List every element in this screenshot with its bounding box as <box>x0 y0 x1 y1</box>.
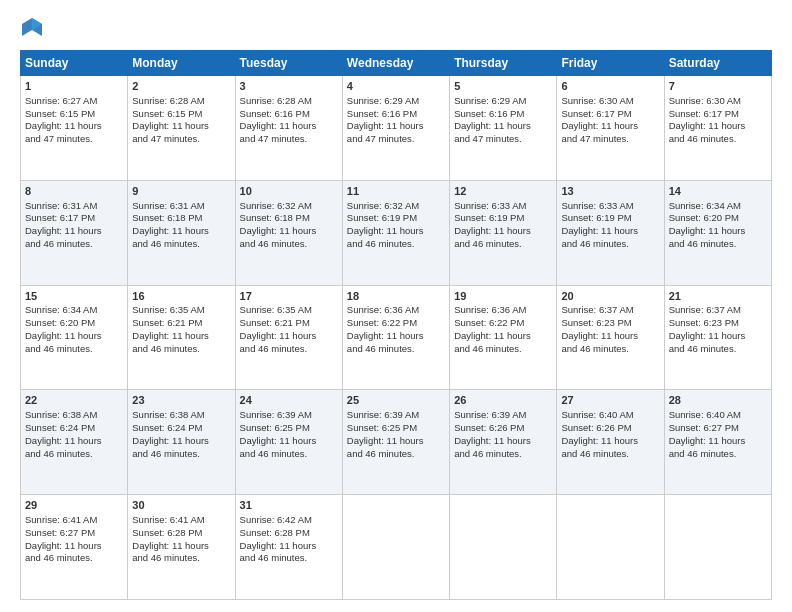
daylight-text: Daylight: 11 hoursand 46 minutes. <box>561 330 638 354</box>
daylight-text: Daylight: 11 hoursand 46 minutes. <box>132 330 209 354</box>
day-number: 10 <box>240 184 338 199</box>
sunset-text: Sunset: 6:22 PM <box>347 317 417 328</box>
day-number: 3 <box>240 79 338 94</box>
day-cell: 20Sunrise: 6:37 AMSunset: 6:23 PMDayligh… <box>557 285 664 390</box>
daylight-text: Daylight: 11 hoursand 46 minutes. <box>240 225 317 249</box>
daylight-text: Daylight: 11 hoursand 47 minutes. <box>240 120 317 144</box>
daylight-text: Daylight: 11 hoursand 47 minutes. <box>132 120 209 144</box>
day-number: 7 <box>669 79 767 94</box>
weekday-sunday: Sunday <box>21 51 128 76</box>
day-cell: 27Sunrise: 6:40 AMSunset: 6:26 PMDayligh… <box>557 390 664 495</box>
daylight-text: Daylight: 11 hoursand 46 minutes. <box>561 435 638 459</box>
day-number: 22 <box>25 393 123 408</box>
daylight-text: Daylight: 11 hoursand 46 minutes. <box>347 225 424 249</box>
sunrise-text: Sunrise: 6:30 AM <box>561 95 633 106</box>
day-number: 4 <box>347 79 445 94</box>
sunrise-text: Sunrise: 6:42 AM <box>240 514 312 525</box>
week-row-1: 1Sunrise: 6:27 AMSunset: 6:15 PMDaylight… <box>21 76 772 181</box>
day-cell: 16Sunrise: 6:35 AMSunset: 6:21 PMDayligh… <box>128 285 235 390</box>
daylight-text: Daylight: 11 hoursand 46 minutes. <box>132 435 209 459</box>
sunrise-text: Sunrise: 6:27 AM <box>25 95 97 106</box>
day-cell: 17Sunrise: 6:35 AMSunset: 6:21 PMDayligh… <box>235 285 342 390</box>
daylight-text: Daylight: 11 hoursand 46 minutes. <box>240 435 317 459</box>
sunset-text: Sunset: 6:17 PM <box>561 108 631 119</box>
weekday-thursday: Thursday <box>450 51 557 76</box>
day-number: 30 <box>132 498 230 513</box>
sunrise-text: Sunrise: 6:32 AM <box>347 200 419 211</box>
weekday-saturday: Saturday <box>664 51 771 76</box>
sunrise-text: Sunrise: 6:36 AM <box>347 304 419 315</box>
sunrise-text: Sunrise: 6:41 AM <box>132 514 204 525</box>
day-number: 2 <box>132 79 230 94</box>
day-number: 12 <box>454 184 552 199</box>
weekday-wednesday: Wednesday <box>342 51 449 76</box>
day-cell: 25Sunrise: 6:39 AMSunset: 6:25 PMDayligh… <box>342 390 449 495</box>
daylight-text: Daylight: 11 hoursand 46 minutes. <box>347 435 424 459</box>
day-cell <box>557 495 664 600</box>
sunrise-text: Sunrise: 6:39 AM <box>347 409 419 420</box>
day-cell <box>664 495 771 600</box>
day-number: 5 <box>454 79 552 94</box>
day-cell: 9Sunrise: 6:31 AMSunset: 6:18 PMDaylight… <box>128 180 235 285</box>
sunrise-text: Sunrise: 6:34 AM <box>25 304 97 315</box>
daylight-text: Daylight: 11 hoursand 46 minutes. <box>347 330 424 354</box>
day-number: 21 <box>669 289 767 304</box>
sunrise-text: Sunrise: 6:39 AM <box>240 409 312 420</box>
day-cell: 3Sunrise: 6:28 AMSunset: 6:16 PMDaylight… <box>235 76 342 181</box>
sunrise-text: Sunrise: 6:40 AM <box>669 409 741 420</box>
calendar-table: SundayMondayTuesdayWednesdayThursdayFrid… <box>20 50 772 600</box>
day-cell: 19Sunrise: 6:36 AMSunset: 6:22 PMDayligh… <box>450 285 557 390</box>
daylight-text: Daylight: 11 hoursand 46 minutes. <box>25 540 102 564</box>
day-cell: 8Sunrise: 6:31 AMSunset: 6:17 PMDaylight… <box>21 180 128 285</box>
day-number: 18 <box>347 289 445 304</box>
sunset-text: Sunset: 6:16 PM <box>240 108 310 119</box>
sunrise-text: Sunrise: 6:34 AM <box>669 200 741 211</box>
sunrise-text: Sunrise: 6:29 AM <box>347 95 419 106</box>
sunset-text: Sunset: 6:19 PM <box>454 212 524 223</box>
sunset-text: Sunset: 6:15 PM <box>132 108 202 119</box>
daylight-text: Daylight: 11 hoursand 46 minutes. <box>669 120 746 144</box>
day-number: 8 <box>25 184 123 199</box>
sunrise-text: Sunrise: 6:31 AM <box>132 200 204 211</box>
day-cell: 18Sunrise: 6:36 AMSunset: 6:22 PMDayligh… <box>342 285 449 390</box>
sunset-text: Sunset: 6:17 PM <box>669 108 739 119</box>
day-number: 19 <box>454 289 552 304</box>
day-number: 16 <box>132 289 230 304</box>
sunrise-text: Sunrise: 6:33 AM <box>561 200 633 211</box>
sunrise-text: Sunrise: 6:39 AM <box>454 409 526 420</box>
page: SundayMondayTuesdayWednesdayThursdayFrid… <box>0 0 792 612</box>
daylight-text: Daylight: 11 hoursand 46 minutes. <box>561 225 638 249</box>
week-row-3: 15Sunrise: 6:34 AMSunset: 6:20 PMDayligh… <box>21 285 772 390</box>
day-cell: 31Sunrise: 6:42 AMSunset: 6:28 PMDayligh… <box>235 495 342 600</box>
day-number: 29 <box>25 498 123 513</box>
day-cell: 22Sunrise: 6:38 AMSunset: 6:24 PMDayligh… <box>21 390 128 495</box>
day-number: 27 <box>561 393 659 408</box>
logo-icon <box>20 16 44 40</box>
day-cell: 28Sunrise: 6:40 AMSunset: 6:27 PMDayligh… <box>664 390 771 495</box>
day-cell: 13Sunrise: 6:33 AMSunset: 6:19 PMDayligh… <box>557 180 664 285</box>
day-number: 26 <box>454 393 552 408</box>
day-number: 11 <box>347 184 445 199</box>
sunset-text: Sunset: 6:23 PM <box>669 317 739 328</box>
sunset-text: Sunset: 6:28 PM <box>240 527 310 538</box>
day-number: 25 <box>347 393 445 408</box>
sunrise-text: Sunrise: 6:28 AM <box>240 95 312 106</box>
day-number: 28 <box>669 393 767 408</box>
sunrise-text: Sunrise: 6:29 AM <box>454 95 526 106</box>
daylight-text: Daylight: 11 hoursand 46 minutes. <box>132 225 209 249</box>
sunrise-text: Sunrise: 6:41 AM <box>25 514 97 525</box>
sunset-text: Sunset: 6:17 PM <box>25 212 95 223</box>
sunrise-text: Sunrise: 6:35 AM <box>132 304 204 315</box>
sunset-text: Sunset: 6:20 PM <box>669 212 739 223</box>
daylight-text: Daylight: 11 hoursand 47 minutes. <box>347 120 424 144</box>
sunset-text: Sunset: 6:15 PM <box>25 108 95 119</box>
daylight-text: Daylight: 11 hoursand 46 minutes. <box>132 540 209 564</box>
sunrise-text: Sunrise: 6:38 AM <box>132 409 204 420</box>
daylight-text: Daylight: 11 hoursand 46 minutes. <box>25 435 102 459</box>
day-cell: 1Sunrise: 6:27 AMSunset: 6:15 PMDaylight… <box>21 76 128 181</box>
sunrise-text: Sunrise: 6:33 AM <box>454 200 526 211</box>
day-cell: 11Sunrise: 6:32 AMSunset: 6:19 PMDayligh… <box>342 180 449 285</box>
week-row-5: 29Sunrise: 6:41 AMSunset: 6:27 PMDayligh… <box>21 495 772 600</box>
sunset-text: Sunset: 6:16 PM <box>454 108 524 119</box>
sunset-text: Sunset: 6:28 PM <box>132 527 202 538</box>
